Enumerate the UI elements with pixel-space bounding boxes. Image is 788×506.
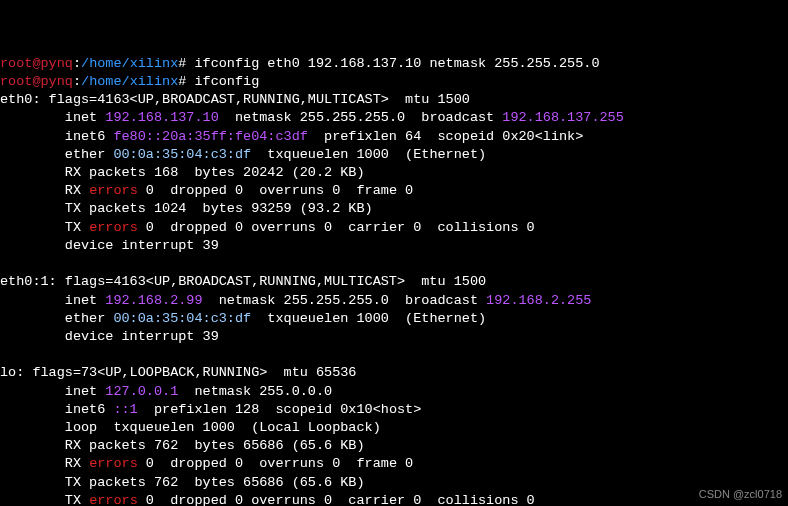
inet-addr: 192.168.2.99 — [105, 293, 202, 308]
netmask-text: netmask 255.255.255.0 broadcast — [203, 293, 487, 308]
prompt-path: /home/xilinx — [81, 74, 178, 89]
rx-err-post: 0 dropped 0 overruns 0 frame 0 — [138, 183, 413, 198]
prompt-hash: # — [178, 74, 194, 89]
inet6-suffix: prefixlen 128 scopeid 0x10<host> — [138, 402, 422, 417]
inet6-suffix: prefixlen 64 scopeid 0x20<link> — [308, 129, 583, 144]
prompt-colon: : — [73, 74, 81, 89]
command-text: ifconfig — [194, 74, 259, 89]
netmask-text: netmask 255.0.0.0 — [178, 384, 332, 399]
netmask-text: netmask 255.255.255.0 broadcast — [219, 110, 503, 125]
iface-flags: : flags=4163<UP,BROADCAST,RUNNING,MULTIC… — [32, 92, 469, 107]
prompt-hash: # — [178, 56, 194, 71]
iface-name: eth0 — [0, 92, 32, 107]
mac-addr: 00:0a:35:04:c3:df — [113, 147, 251, 162]
loop-line: loop txqueuelen 1000 (Local Loopback) — [0, 420, 381, 435]
tx-packets: TX packets 762 bytes 65686 (65.6 KB) — [0, 475, 365, 490]
rx-err-pre: RX — [0, 456, 89, 471]
tx-packets: TX packets 1024 bytes 93259 (93.2 KB) — [0, 201, 373, 216]
tx-err-post: 0 dropped 0 overruns 0 carrier 0 collisi… — [138, 493, 535, 506]
inet6-addr: ::1 — [113, 402, 137, 417]
prompt-path: /home/xilinx — [81, 56, 178, 71]
ether-label: ether — [0, 311, 113, 326]
device-interrupt: device interrupt 39 — [0, 238, 235, 253]
ether-suffix: txqueuelen 1000 (Ethernet) — [251, 311, 486, 326]
watermark: CSDN @zcl0718 — [699, 487, 782, 502]
inet-label: inet — [0, 384, 105, 399]
rx-err-post: 0 dropped 0 overruns 0 frame 0 — [138, 456, 413, 471]
rx-packets: RX packets 762 bytes 65686 (65.6 KB) — [0, 438, 365, 453]
iface-name: eth0:1 — [0, 274, 49, 289]
rx-err-pre: RX — [0, 183, 89, 198]
tx-err-pre: TX — [0, 493, 89, 506]
inet6-label: inet6 — [0, 402, 113, 417]
inet-label: inet — [0, 110, 105, 125]
broadcast-addr: 192.168.137.255 — [502, 110, 624, 125]
inet6-label: inet6 — [0, 129, 113, 144]
device-interrupt: device interrupt 39 — [0, 329, 235, 344]
rx-packets: RX packets 168 bytes 20242 (20.2 KB) — [0, 165, 365, 180]
prompt-user: root@pynq — [0, 56, 73, 71]
tx-err-pre: TX — [0, 220, 89, 235]
iface-name: lo — [0, 365, 16, 380]
mac-addr: 00:0a:35:04:c3:df — [113, 311, 251, 326]
errors-word: errors — [89, 183, 138, 198]
errors-word: errors — [89, 220, 138, 235]
broadcast-addr: 192.168.2.255 — [486, 293, 591, 308]
iface-flags: : flags=4163<UP,BROADCAST,RUNNING,MULTIC… — [49, 274, 486, 289]
inet-label: inet — [0, 293, 105, 308]
inet-addr: 127.0.0.1 — [105, 384, 178, 399]
iface-flags: : flags=73<UP,LOOPBACK,RUNNING> mtu 6553… — [16, 365, 356, 380]
inet-addr: 192.168.137.10 — [105, 110, 218, 125]
terminal-output: root@pynq:/home/xilinx# ifconfig eth0 19… — [0, 55, 788, 506]
ether-suffix: txqueuelen 1000 (Ethernet) — [251, 147, 486, 162]
errors-word: errors — [89, 493, 138, 506]
tx-err-post: 0 dropped 0 overruns 0 carrier 0 collisi… — [138, 220, 535, 235]
prompt-colon: : — [73, 56, 81, 71]
errors-word: errors — [89, 456, 138, 471]
inet6-addr: fe80::20a:35ff:fe04:c3df — [113, 129, 307, 144]
prompt-user: root@pynq — [0, 74, 73, 89]
ether-label: ether — [0, 147, 113, 162]
command-text: ifconfig eth0 192.168.137.10 netmask 255… — [194, 56, 599, 71]
